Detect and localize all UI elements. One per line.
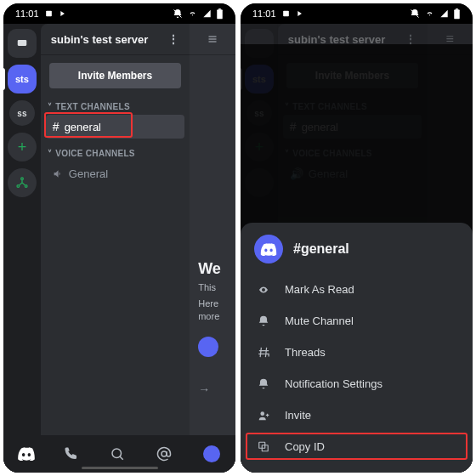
- signal-icon: [202, 9, 212, 18]
- welcome-sub: Here: [190, 294, 235, 310]
- welcome-sub: This: [190, 278, 235, 294]
- svg-rect-0: [46, 11, 52, 17]
- menu-notification-settings[interactable]: Notification Settings: [241, 368, 473, 400]
- category-label: VOICE CHANNELS: [55, 149, 135, 158]
- category-label: TEXT CHANNELS: [55, 102, 130, 111]
- status-right-icons: [410, 8, 461, 20]
- do-not-disturb-icon: [173, 8, 183, 19]
- nav-profile[interactable]: [203, 445, 222, 462]
- status-right-icons: [173, 8, 224, 20]
- menu-threads[interactable]: Threads: [241, 337, 473, 368]
- svg-line-18: [260, 348, 261, 357]
- menu-label: Threads: [285, 346, 326, 359]
- clock: 11:01: [15, 8, 39, 19]
- battery-icon: [216, 8, 224, 20]
- discord-logo-icon: [254, 235, 283, 264]
- nav-search[interactable]: [110, 446, 128, 462]
- eye-icon: [256, 285, 271, 295]
- menu-label: Mute Channel: [285, 314, 354, 327]
- hamburger-icon[interactable]: [190, 24, 235, 54]
- menu-mark-as-read[interactable]: Mark As Read: [241, 274, 473, 305]
- channel-context-sheet: #general Mark As Read Mute Channel Threa…: [241, 223, 473, 473]
- speaker-icon: [53, 168, 64, 179]
- svg-rect-3: [218, 8, 221, 9]
- hub-button[interactable]: [8, 168, 37, 197]
- menu-label: Invite: [285, 409, 311, 422]
- server-menu-icon[interactable]: ⋮: [167, 32, 179, 46]
- nav-mentions[interactable]: [156, 446, 175, 462]
- channel-label: General: [69, 167, 108, 180]
- icon-circle: [198, 337, 218, 357]
- nav-friends[interactable]: [64, 446, 82, 462]
- phone-left: 11:01 sts ss +: [3, 3, 235, 473]
- highlight-box: [44, 112, 133, 138]
- avatar: [203, 445, 220, 462]
- chevron-down-icon: ˅: [48, 102, 52, 111]
- nav-home[interactable]: [17, 447, 36, 461]
- text-channels-category[interactable]: ˅ TEXT CHANNELS: [41, 94, 190, 113]
- threads-icon: [256, 346, 271, 359]
- discord-app-dimmed: sts ss + subin's test server⋮ Invite Mem…: [241, 24, 473, 473]
- welcome-heading: We: [190, 260, 235, 278]
- arrow-icon: →: [198, 382, 235, 396]
- wifi-icon: [187, 9, 198, 18]
- svg-line-19: [265, 348, 266, 357]
- highlight-box: [246, 433, 468, 460]
- svg-rect-2: [217, 9, 223, 19]
- invite-members-button[interactable]: Invite Members: [49, 63, 181, 88]
- menu-invite[interactable]: Invite: [241, 400, 473, 431]
- server-selected[interactable]: sts: [8, 65, 37, 94]
- clock: 11:01: [252, 8, 276, 19]
- server-item[interactable]: ss: [9, 100, 35, 126]
- main-peek[interactable]: We This Here more →: [190, 24, 235, 473]
- status-bar: 11:01: [241, 3, 473, 24]
- voice-channels-category[interactable]: ˅ VOICE CHANNELS: [41, 140, 190, 160]
- bell-icon: [256, 314, 271, 327]
- chevron-down-icon: ˅: [48, 149, 52, 158]
- svg-rect-4: [18, 40, 27, 46]
- svg-point-22: [260, 411, 264, 416]
- add-server-button[interactable]: +: [8, 133, 37, 162]
- svg-point-5: [21, 178, 24, 180]
- svg-point-7: [25, 185, 27, 188]
- sheet-title: #general: [293, 241, 349, 257]
- svg-rect-14: [283, 11, 289, 17]
- status-bar: 11:01: [3, 3, 235, 24]
- welcome-sub: more: [190, 310, 235, 323]
- svg-point-11: [112, 449, 122, 458]
- sheet-header: #general: [241, 235, 473, 274]
- svg-rect-16: [454, 9, 460, 19]
- menu-label: Notification Settings: [285, 377, 382, 390]
- svg-rect-17: [456, 8, 458, 9]
- discord-app: sts ss + subin's test server ⋮ Invite Me…: [3, 24, 235, 473]
- menu-mute-channel[interactable]: Mute Channel: [241, 305, 473, 337]
- svg-point-6: [17, 185, 20, 188]
- gesture-bar: [82, 467, 158, 469]
- phone-right: 11:01 sts ss + subin's test server⋮ Invi…: [241, 3, 473, 473]
- bell-icon: [256, 377, 271, 390]
- status-left-icons: [44, 9, 67, 18]
- dm-button[interactable]: [8, 29, 37, 58]
- svg-point-13: [162, 451, 167, 456]
- user-plus-icon: [256, 410, 271, 422]
- menu-label: Mark As Read: [285, 283, 354, 296]
- voice-channel-general[interactable]: General: [46, 162, 184, 185]
- svg-line-12: [120, 456, 123, 460]
- server-rail: sts ss +: [3, 24, 41, 473]
- status-left-icons: [281, 9, 304, 18]
- server-name: subin's test server: [51, 33, 148, 46]
- server-header[interactable]: subin's test server ⋮: [41, 24, 190, 54]
- channel-sidebar: subin's test server ⋮ Invite Members ˅ T…: [41, 24, 190, 473]
